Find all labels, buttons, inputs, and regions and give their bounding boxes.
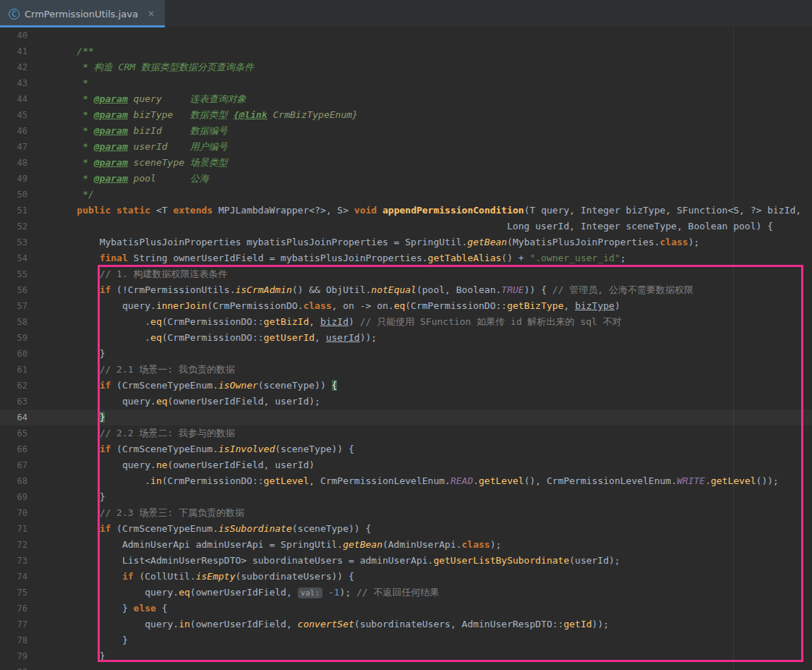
code-text[interactable]: } xyxy=(54,632,128,648)
code-line[interactable]: 62 if (CrmSceneTypeEnum.isOwner(sceneTyp… xyxy=(0,378,812,394)
code-line[interactable]: 80 xyxy=(0,664,812,670)
line-number[interactable]: 40 xyxy=(0,27,27,43)
code-line[interactable]: 56 if (!CrmPermissionUtils.isCrmAdmin() … xyxy=(0,282,812,298)
line-number[interactable]: 49 xyxy=(0,171,27,187)
code-text[interactable]: * @param userId 用户编号 xyxy=(54,139,228,155)
code-line[interactable]: 52 Long userId, Integer sceneType, Boole… xyxy=(0,219,812,234)
code-text[interactable]: MybatisPlusJoinProperties mybatisPlusJoi… xyxy=(54,234,699,250)
code-text[interactable]: public static <T extends MPJLambdaWrappe… xyxy=(54,203,801,219)
code-line[interactable]: 43 * xyxy=(0,75,812,91)
line-number[interactable]: 52 xyxy=(0,219,27,234)
code-text[interactable]: * @param bizId 数据编号 xyxy=(54,123,228,139)
line-number[interactable]: 50 xyxy=(0,187,27,203)
code-line[interactable]: 74 if (CollUtil.isEmpty(subordinateUsers… xyxy=(0,569,812,585)
line-number[interactable]: 63 xyxy=(0,394,27,410)
code-text[interactable]: // 2.2 场景二: 我参与的数据 xyxy=(54,425,235,441)
code-text[interactable]: query.eq(ownerUserIdField, userId); xyxy=(54,394,320,410)
tab-crmpermissionutils-java[interactable]: C CrmPermissionUtils.java ✕ xyxy=(0,0,165,27)
code-line[interactable]: 40 xyxy=(0,27,812,43)
code-line[interactable]: 59 .eq(CrmPermissionDO::getUserId, userI… xyxy=(0,330,812,346)
code-text[interactable]: * @param sceneType 场景类型 xyxy=(54,155,228,171)
line-number[interactable]: 54 xyxy=(0,250,27,266)
code-text[interactable]: } xyxy=(54,648,105,664)
line-number[interactable]: 74 xyxy=(0,569,27,585)
code-text[interactable]: // 2.3 场景三: 下属负责的数据 xyxy=(54,505,244,521)
line-number[interactable]: 77 xyxy=(0,616,27,632)
code-line[interactable]: 73 List<AdminUserRespDTO> subordinateUse… xyxy=(0,553,812,569)
code-line[interactable]: 54 final String ownerUserIdField = mybat… xyxy=(0,250,812,266)
code-line[interactable]: 48 * @param sceneType 场景类型 xyxy=(0,155,812,171)
code-text[interactable]: } xyxy=(54,346,105,362)
code-line[interactable]: 71 if (CrmSceneTypeEnum.isSubordinate(sc… xyxy=(0,521,812,537)
code-text[interactable]: if (!CrmPermissionUtils.isCrmAdmin() && … xyxy=(54,282,693,298)
line-number[interactable]: 56 xyxy=(0,282,27,298)
line-number[interactable]: 60 xyxy=(0,346,27,362)
line-number[interactable]: 47 xyxy=(0,139,27,155)
code-line[interactable]: 49 * @param pool 公海 xyxy=(0,171,812,187)
code-text[interactable]: } xyxy=(54,410,105,425)
line-number[interactable]: 41 xyxy=(0,43,27,59)
code-text[interactable]: * @param bizType 数据类型 {@link CrmBizTypeE… xyxy=(54,107,358,123)
line-number[interactable]: 42 xyxy=(0,59,27,75)
code-line[interactable]: 79 } xyxy=(0,648,812,664)
code-text[interactable]: } xyxy=(54,489,105,505)
line-number[interactable]: 61 xyxy=(0,362,27,378)
code-text[interactable]: final String ownerUserIdField = mybatisP… xyxy=(54,250,626,266)
code-text[interactable]: if (CrmSceneTypeEnum.isInvolved(sceneTyp… xyxy=(54,441,354,457)
tab-close-icon[interactable]: ✕ xyxy=(146,7,156,20)
line-number[interactable]: 71 xyxy=(0,521,27,537)
line-number[interactable]: 44 xyxy=(0,91,27,107)
code-line[interactable]: 46 * @param bizId 数据编号 xyxy=(0,123,812,139)
code-text[interactable]: * @param query 连表查询对象 xyxy=(54,91,247,107)
code-text[interactable]: .eq(CrmPermissionDO::getBizId, bizId) //… xyxy=(54,314,622,330)
code-text[interactable]: */ xyxy=(54,187,94,203)
code-line[interactable]: 44 * @param query 连表查询对象 xyxy=(0,91,812,107)
code-text[interactable]: // 1. 构建数据权限连表条件 xyxy=(54,266,228,282)
line-number[interactable]: 55 xyxy=(0,266,27,282)
code-line[interactable]: 64 } xyxy=(0,410,812,425)
code-text[interactable]: // 2.1 场景一: 我负责的数据 xyxy=(54,362,235,378)
code-text[interactable]: query.eq(ownerUserIdField, val: -1); // … xyxy=(54,585,440,601)
code-text[interactable]: /** xyxy=(54,43,94,59)
code-text[interactable]: * xyxy=(54,75,88,91)
code-line[interactable]: 65 // 2.2 场景二: 我参与的数据 xyxy=(0,425,812,441)
code-text[interactable]: query.ne(ownerUserIdField, userId) xyxy=(54,457,315,473)
code-line[interactable]: 63 query.eq(ownerUserIdField, userId); xyxy=(0,394,812,410)
code-line[interactable]: 70 // 2.3 场景三: 下属负责的数据 xyxy=(0,505,812,521)
line-number[interactable]: 59 xyxy=(0,330,27,346)
code-editor[interactable]: 4041 /**42 * 构造 CRM 数据类型数据分页查询条件43 *44 *… xyxy=(0,27,812,670)
line-number[interactable]: 66 xyxy=(0,441,27,457)
code-line[interactable]: 41 /** xyxy=(0,43,812,59)
line-number[interactable]: 46 xyxy=(0,123,27,139)
code-text[interactable]: query.innerJoin(CrmPermissionDO.class, o… xyxy=(54,298,620,314)
code-line[interactable]: 47 * @param userId 用户编号 xyxy=(0,139,812,155)
code-line[interactable]: 76 } else { xyxy=(0,601,812,616)
line-number[interactable]: 51 xyxy=(0,203,27,219)
code-line[interactable]: 42 * 构造 CRM 数据类型数据分页查询条件 xyxy=(0,59,812,75)
line-number[interactable]: 68 xyxy=(0,473,27,489)
code-text[interactable]: if (CrmSceneTypeEnum.isOwner(sceneType))… xyxy=(54,378,337,394)
line-number[interactable]: 79 xyxy=(0,648,27,664)
line-number[interactable]: 75 xyxy=(0,585,27,601)
code-line[interactable]: 51 public static <T extends MPJLambdaWra… xyxy=(0,203,812,219)
code-text[interactable]: Long userId, Integer sceneType, Boolean … xyxy=(54,219,773,234)
code-line[interactable]: 72 AdminUserApi adminUserApi = SpringUti… xyxy=(0,537,812,553)
code-text[interactable]: } else { xyxy=(54,601,168,616)
line-number[interactable]: 78 xyxy=(0,632,27,648)
code-line[interactable]: 50 */ xyxy=(0,187,812,203)
code-text[interactable]: .eq(CrmPermissionDO::getUserId, userId))… xyxy=(54,330,377,346)
line-number[interactable]: 62 xyxy=(0,378,27,394)
code-line[interactable]: 75 query.eq(ownerUserIdField, val: -1); … xyxy=(0,585,812,601)
line-number[interactable]: 80 xyxy=(0,664,27,670)
code-line[interactable]: 78 } xyxy=(0,632,812,648)
code-line[interactable]: 58 .eq(CrmPermissionDO::getBizId, bizId)… xyxy=(0,314,812,330)
line-number[interactable]: 64 xyxy=(0,410,27,425)
code-line[interactable]: 77 query.in(ownerUserIdField, convertSet… xyxy=(0,616,812,632)
line-number[interactable]: 43 xyxy=(0,75,27,91)
code-text[interactable]: if (CrmSceneTypeEnum.isSubordinate(scene… xyxy=(54,521,371,537)
code-text[interactable]: query.in(ownerUserIdField, convertSet(su… xyxy=(54,616,609,632)
line-number[interactable]: 65 xyxy=(0,425,27,441)
code-text[interactable]: if (CollUtil.isEmpty(subordinateUsers)) … xyxy=(54,569,354,585)
code-line[interactable]: 67 query.ne(ownerUserIdField, userId) xyxy=(0,457,812,473)
line-number[interactable]: 45 xyxy=(0,107,27,123)
